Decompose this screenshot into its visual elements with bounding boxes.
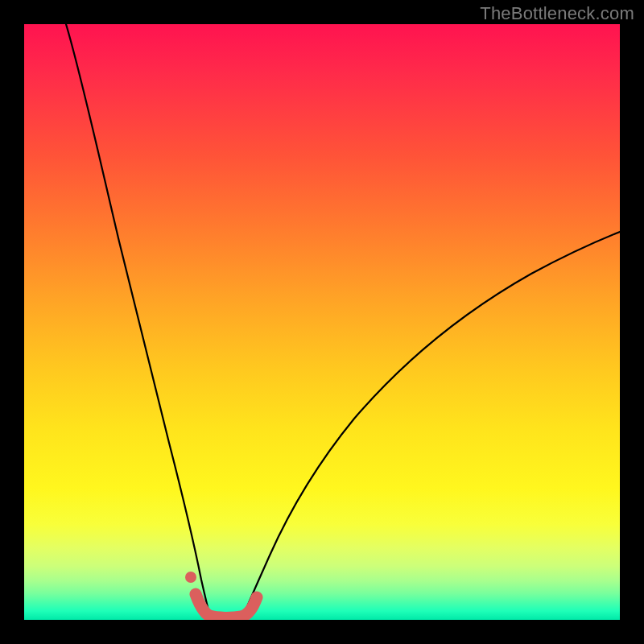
left-branch-curve <box>66 24 210 617</box>
chart-frame: TheBottleneck.com <box>0 0 644 644</box>
isolated-dot <box>185 572 196 583</box>
curve-layer <box>24 24 620 620</box>
right-branch-curve <box>243 232 620 617</box>
plot-area <box>24 24 620 620</box>
watermark-text: TheBottleneck.com <box>480 3 634 24</box>
